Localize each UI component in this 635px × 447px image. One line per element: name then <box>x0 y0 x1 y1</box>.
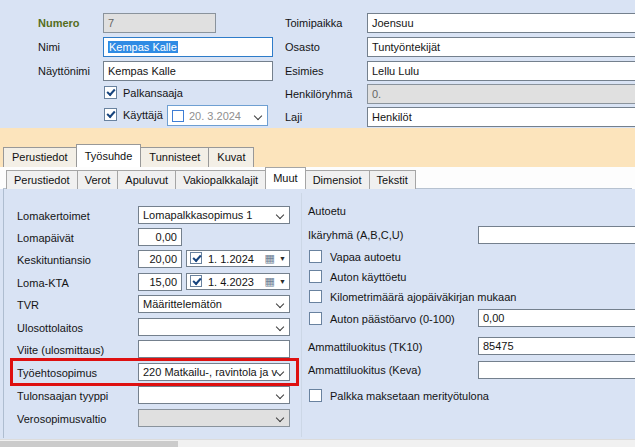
dropdown-arrow-icon: ▼ <box>279 278 286 285</box>
osasto-label: Osasto <box>285 41 320 53</box>
lomakertoimet-combo[interactable]: Lomapalkkasopimus 1 <box>138 206 290 224</box>
chevron-down-icon <box>276 211 284 219</box>
numero-label: Numero <box>38 17 80 29</box>
osasto-field[interactable]: Tuntyöntekijät <box>367 37 635 57</box>
tyoehtosopimus-value: 220 Matkailu-, ravintola ja v <box>143 366 277 378</box>
tyoehtosopimus-combo[interactable]: 220 Matkailu-, ravintola ja v <box>138 363 290 381</box>
sub-tab-strip: Perustiedot Verot Apuluvut Vakiopalkkala… <box>6 167 415 189</box>
nimi-field[interactable]: Kempas Kalle <box>103 37 273 57</box>
esimies-field[interactable]: Lellu Lulu <box>367 61 635 81</box>
date-checkbox[interactable] <box>190 275 202 287</box>
nimi-selected-text: Kempas Kalle <box>108 41 178 53</box>
tk10-label: Ammattiluokitus (TK10) <box>308 341 422 353</box>
loma-kta-date-picker[interactable]: 1. 4.2023 ▦ ▼ <box>186 273 290 290</box>
tyoehtosopimus-label: Työehtosopimus <box>17 367 97 379</box>
numero-field: 7 <box>103 13 216 33</box>
henkiloryhma-label: Henkilöryhmä <box>285 88 352 100</box>
horizontal-scrollbar[interactable] <box>0 439 635 447</box>
palkansaaja-checkbox[interactable] <box>104 86 117 99</box>
chevron-down-icon <box>276 300 284 308</box>
kayttaja-checkbox[interactable] <box>104 108 117 121</box>
main-tab-strip: Perustiedot Työsuhde Tunnisteet Kuvat <box>3 144 253 167</box>
keskituntiansio-field[interactable]: 20,00 <box>138 250 182 268</box>
calendar-icon[interactable]: ▦ <box>265 275 275 288</box>
paastoarvo-label: Auton päästöarvo (0-100) <box>330 313 455 325</box>
subtab-dimensiot[interactable]: Dimensiot <box>305 170 370 189</box>
vapaa-autoetu-checkbox[interactable] <box>309 250 322 263</box>
tab-perustiedot[interactable]: Perustiedot <box>3 147 77 167</box>
tvr-combo[interactable]: Määrittelemätön <box>138 295 290 313</box>
nimi-label: Nimi <box>38 41 60 53</box>
tab-tunnisteet[interactable]: Tunnisteet <box>140 147 209 167</box>
kayttaja-date-picker[interactable]: 20. 3.2024 <box>167 105 268 126</box>
verosopimusvaltio-combo <box>138 409 290 427</box>
chevron-down-icon <box>276 414 284 422</box>
content-border <box>3 189 4 438</box>
loma-kta-date-value: 1. 4.2023 <box>208 276 254 288</box>
subtab-muut[interactable]: Muut <box>265 167 305 189</box>
lomapaivat-label: Lomapäivät <box>17 232 74 244</box>
employee-record-window: Numero 7 Toimipaikka Joensuu Nimi Kempas… <box>0 0 635 447</box>
keva-field[interactable] <box>478 361 635 379</box>
kilometrimaara-label: Kilometrimäärä ajopäiväkirjan mukaan <box>330 291 516 303</box>
subtab-apuluvut[interactable]: Apuluvut <box>117 170 176 189</box>
paastoarvo-checkbox[interactable] <box>309 312 322 325</box>
ikaryhma-label: Ikäryhmä (A,B,C,U) <box>308 229 403 241</box>
subtab-vakiopalkkalajit[interactable]: Vakiopalkkalajit <box>175 170 266 189</box>
merityotulona-checkbox[interactable] <box>309 389 322 402</box>
keskituntiansio-date-picker[interactable]: 1. 1.2024 ▦ ▼ <box>186 250 290 267</box>
subtab-perustiedot[interactable]: Perustiedot <box>6 170 78 189</box>
subtab-verot[interactable]: Verot <box>77 170 119 189</box>
loma-kta-label: Loma-KTA <box>17 277 69 289</box>
keva-label: Ammattiluokitus (Keva) <box>308 364 421 376</box>
lomakertoimet-label: Lomakertoimet <box>17 210 90 222</box>
toimipaikka-field[interactable]: Joensuu <box>367 13 635 33</box>
viite-label: Viite (ulosmittaus) <box>17 344 104 356</box>
tab-kuvat[interactable]: Kuvat <box>208 147 254 167</box>
henkiloryhma-field: 0. <box>367 84 635 104</box>
keskituntiansio-label: Keskituntiansio <box>17 254 91 266</box>
laji-field[interactable]: Henkilöt <box>367 107 635 127</box>
chevron-down-icon <box>276 368 284 376</box>
calendar-icon[interactable]: ▦ <box>265 252 275 265</box>
laji-label: Laji <box>285 111 302 123</box>
esimies-label: Esimies <box>285 65 324 77</box>
ikaryhma-field[interactable] <box>478 226 635 244</box>
date-enable-checkbox[interactable] <box>172 110 184 122</box>
auton-kayttoetu-checkbox[interactable] <box>309 270 322 283</box>
vapaa-autoetu-label: Vapaa autoetu <box>330 251 401 263</box>
loma-kta-field[interactable]: 15,00 <box>138 273 182 291</box>
nayttonimi-field[interactable]: Kempas Kalle <box>103 61 273 81</box>
subtab-tekstit[interactable]: Tekstit <box>369 170 416 189</box>
lomapaivat-field[interactable]: 0,00 <box>138 228 182 246</box>
tulonsaajan-tyyppi-label: Tulonsaajan tyyppi <box>17 390 108 402</box>
tulonsaajan-tyyppi-combo[interactable] <box>138 386 290 404</box>
autoetu-header: Autoetu <box>308 205 346 217</box>
auton-kayttoetu-label: Auton käyttöetu <box>330 271 406 283</box>
merityotulona-label: Palkka maksetaan merityötulona <box>330 390 489 402</box>
kayttaja-date-value: 20. 3.2024 <box>189 110 241 122</box>
tvr-value: Määrittelemätön <box>143 298 222 310</box>
tvr-label: TVR <box>17 299 39 311</box>
toimipaikka-label: Toimipaikka <box>285 17 342 29</box>
dropdown-arrow-icon: ▼ <box>279 255 286 262</box>
lomakertoimet-value: Lomapalkkasopimus 1 <box>143 209 252 221</box>
chevron-down-icon <box>276 391 284 399</box>
chevron-down-icon <box>254 112 262 120</box>
chevron-down-icon <box>276 323 284 331</box>
palkansaaja-label: Palkansaaja <box>123 87 183 99</box>
scrollbar-thumb[interactable] <box>0 441 178 447</box>
viite-field[interactable] <box>138 340 290 358</box>
paastoarvo-field[interactable]: 0,00 <box>478 309 635 327</box>
keskituntiansio-date-value: 1. 1.2024 <box>208 253 254 265</box>
tk10-field[interactable]: 85475 <box>478 337 635 355</box>
date-checkbox[interactable] <box>190 252 202 264</box>
kilometrimaara-checkbox[interactable] <box>309 290 322 303</box>
ulosottolaitos-combo[interactable] <box>138 318 290 336</box>
nayttonimi-label: Näyttönimi <box>38 65 90 77</box>
tab-tyosuhde[interactable]: Työsuhde <box>76 144 142 167</box>
column-divider <box>301 193 302 437</box>
ulosottolaitos-label: Ulosottolaitos <box>17 322 83 334</box>
kayttaja-label: Käyttäjä <box>123 109 163 121</box>
verosopimusvaltio-label: Verosopimusvaltio <box>17 413 106 425</box>
